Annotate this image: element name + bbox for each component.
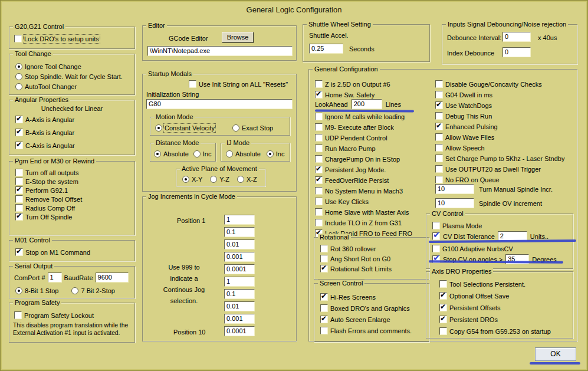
index-debounce-input[interactable]: 0 [502,47,531,57]
checkbox-icon[interactable] [320,304,328,312]
checkbox-row[interactable]: Run Macro Pump [315,145,412,152]
radio-option-row[interactable]: Inc [267,150,285,157]
checkbox-icon[interactable] [14,35,22,42]
checkbox-row[interactable]: Remove Tool Offset [15,195,82,203]
checkbox-icon[interactable] [320,255,328,262]
radio-option-row[interactable]: Stop Spindle. Wait for Cycle Start. [15,73,123,80]
radio-option-row[interactable]: Inc [193,150,212,157]
g100-nurbs-checkbox-row[interactable]: G100 Adaptive NurbsCV [432,245,513,252]
jog-increment-input[interactable]: 0.0001 [224,264,255,274]
lookahead-input[interactable]: 200 [352,99,382,109]
radio-icon[interactable] [226,150,233,157]
checkbox-row[interactable]: Auto Screen Enlarge [320,316,412,323]
checkbox-row[interactable]: Flash Errors and comments. [320,327,412,334]
init-string-input[interactable]: G80 [146,99,293,109]
checkbox-icon[interactable] [315,166,323,173]
spindle-ov-input[interactable]: 10 [435,198,474,208]
checkbox-row[interactable]: Radius Comp Off [15,204,82,212]
radio-icon[interactable] [182,176,189,183]
browse-button[interactable]: Browse [222,32,254,42]
checkbox-icon[interactable] [15,142,23,149]
checkbox-row[interactable]: Include TLO in Z from G31 [315,219,412,226]
radio-icon[interactable] [15,63,22,70]
checkbox-icon[interactable] [315,113,323,120]
radio-icon[interactable] [15,83,22,90]
checkbox-row[interactable]: Debug This Run [435,112,564,120]
checkbox-icon[interactable] [315,123,323,131]
checkbox-row[interactable]: Turn off all outputs [15,169,82,176]
checkbox-row[interactable]: Ignore M calls while loading [315,113,412,120]
checkbox-row[interactable]: Rotational Soft Limits [320,265,392,272]
jog-increment-input[interactable]: 0.0001 [224,326,255,336]
checkbox-row[interactable]: C-Axis is Angular [15,142,75,149]
checkbox-icon[interactable] [315,134,323,142]
checkbox-row[interactable]: Hi-Res Screens [320,293,412,301]
checkbox-row[interactable]: M9- Execute after Block [315,123,412,131]
checkbox-row[interactable]: Turn Off Spindle [15,213,82,221]
checkbox-row[interactable]: Persistent Offsets [439,304,551,311]
radio-option-row[interactable]: X-Y [182,175,202,183]
checkbox-icon[interactable] [435,176,443,183]
checkbox-icon[interactable] [15,129,23,136]
checkbox-icon[interactable] [320,316,328,323]
checkbox-icon[interactable] [315,187,323,195]
checkbox-row[interactable]: Copy G54 from G59.253 on startup [439,327,551,335]
checkbox-row[interactable]: Persistent DROs [439,316,551,323]
checkbox-icon[interactable] [435,123,443,130]
checkbox-row[interactable]: Ang Short Rot on G0 [320,255,392,262]
baudrate-input[interactable]: 9600 [96,272,129,283]
checkbox-row[interactable]: Boxed DRO's and Graphics [320,304,412,312]
checkbox-row[interactable]: A-Axis is Angular [15,116,75,123]
program-safety-lockout-row[interactable]: Program Safety Lockout [14,311,94,319]
checkbox-row[interactable]: E-Stop the system [15,178,82,185]
checkbox-icon[interactable] [315,219,323,226]
ok-button[interactable]: OK [535,347,576,361]
debounce-interval-input[interactable]: 0 [502,32,531,42]
jog-increment-input[interactable]: 1 [224,277,255,287]
shuttle-accel-input[interactable]: 0.25 [309,44,343,54]
checkbox-icon[interactable] [315,145,323,152]
radio-option-row[interactable]: Absolute [226,150,261,157]
checkbox-icon[interactable] [15,186,23,194]
checkbox-icon[interactable] [432,232,440,240]
checkbox-row[interactable]: FeedOverRide Persist [315,176,412,184]
checkbox-icon[interactable] [432,245,440,252]
checkbox-icon[interactable] [435,155,443,162]
checkbox-icon[interactable] [15,213,23,221]
checkbox-row[interactable]: Tool Selections Persistent. [439,280,551,288]
checkbox-row[interactable]: No FRO on Queue [435,176,564,183]
jog-increment-input[interactable]: 0.001 [224,252,255,262]
manual-spindle-input[interactable]: 10 [435,184,474,194]
editor-path-input[interactable]: \WinNT\Notepad.exe [147,46,293,56]
checkbox-icon[interactable] [315,208,323,216]
radio-option-row[interactable]: AutoTool Changer [15,83,123,90]
checkbox-icon[interactable] [15,204,23,212]
checkbox-row[interactable]: Optional Offset Save [439,292,551,300]
checkbox-icon[interactable] [315,155,323,163]
checkbox-icon[interactable] [435,80,443,88]
checkbox-icon[interactable] [435,144,443,152]
radio-icon[interactable] [267,150,274,157]
radio-option-row[interactable]: 8-Bit 1 Stop [15,287,58,294]
checkbox-row[interactable]: Home Slave with Master Axis [315,208,412,216]
checkbox-row[interactable]: Allow Speech [435,144,564,152]
checkbox-row[interactable]: Enhanced Pulsing [435,123,564,130]
checkbox-icon[interactable] [435,133,443,141]
checkbox-icon[interactable] [315,198,323,205]
checkbox-icon[interactable] [435,165,443,173]
checkbox-icon[interactable] [320,265,328,272]
checkbox-icon[interactable] [189,80,196,88]
jog-increment-input[interactable]: 0.001 [224,314,255,324]
checkbox-row[interactable]: G04 Dwell in ms [435,91,564,99]
jog-increment-input[interactable]: 0.1 [224,289,255,299]
lock-dro-checkbox-row[interactable]: Lock DRO's to setup units [14,35,99,42]
checkbox-row[interactable]: Z is 2.5D on Output #6 [315,80,390,88]
radio-icon[interactable] [210,176,217,183]
checkbox-icon[interactable] [435,101,443,109]
radio-icon[interactable] [232,124,239,132]
radio-icon[interactable] [71,287,78,294]
checkbox-icon[interactable] [14,311,22,319]
radio-option-row[interactable]: Constant Velocity [155,124,215,132]
checkbox-row[interactable]: Perform G92.1 [15,186,82,194]
checkbox-row[interactable]: Use OUTPUT20 as Dwell Trigger [435,165,564,173]
